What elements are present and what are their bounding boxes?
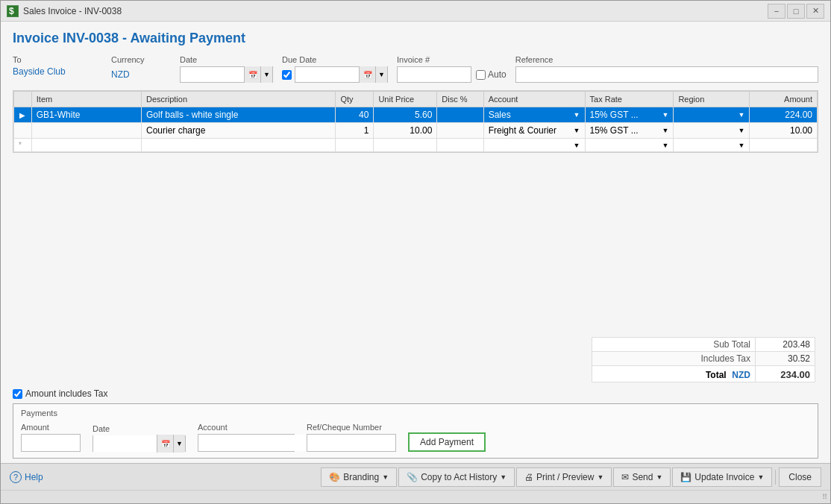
main-window: $ Sales Invoice - INV-0038 − □ ✕ Invoice… bbox=[0, 0, 831, 504]
update-invoice-button[interactable]: 💾 Update Invoice ▼ bbox=[672, 467, 772, 487]
row-item[interactable] bbox=[31, 123, 141, 139]
row-indicator: * bbox=[14, 139, 32, 152]
row-amount bbox=[750, 139, 818, 152]
due-date-checkbox[interactable] bbox=[282, 70, 292, 80]
row-account[interactable]: Sales ▼ bbox=[483, 107, 585, 123]
payment-date-group: Date 09 Mar 2020 📅 ▼ bbox=[92, 424, 186, 452]
invoice-num-field[interactable]: INV-0038 bbox=[397, 66, 471, 83]
table-row[interactable]: * ▼ ▼ bbox=[14, 139, 818, 152]
branding-button[interactable]: 🎨 Branding ▼ bbox=[321, 467, 397, 487]
payment-date-field[interactable]: 09 Mar 2020 bbox=[93, 435, 157, 452]
content-spacer bbox=[13, 159, 818, 334]
footer-close-button[interactable]: Close bbox=[779, 467, 821, 487]
payment-account-group: Account ▼ bbox=[198, 423, 295, 452]
sub-total-row: Sub Total 203.48 bbox=[592, 338, 815, 352]
row-unit-price[interactable]: 5.60 bbox=[374, 107, 437, 123]
row-region[interactable]: ▼ bbox=[674, 139, 750, 152]
total-row: Total NZD 234.00 bbox=[592, 366, 815, 382]
table-header-row: Item Description Qty Unit Price Disc % A… bbox=[14, 92, 818, 107]
payment-date-calendar-button[interactable]: 📅 bbox=[157, 435, 173, 453]
currency-value: NZD bbox=[111, 66, 171, 80]
row-disc[interactable] bbox=[437, 123, 483, 139]
auto-checkbox[interactable] bbox=[476, 70, 486, 80]
print-preview-button[interactable]: 🖨 Print / Preview ▼ bbox=[516, 467, 612, 487]
row-tax-rate[interactable]: 15% GST ... ▼ bbox=[585, 123, 674, 139]
amount-includes-tax-checkbox[interactable] bbox=[13, 389, 22, 399]
row-qty[interactable] bbox=[336, 139, 374, 152]
row-description[interactable]: Courier charge bbox=[142, 123, 336, 139]
row-item[interactable]: GB1-White bbox=[31, 107, 141, 123]
row-qty[interactable]: 40 bbox=[336, 107, 374, 123]
table-row[interactable]: ▶ GB1-White Golf balls - white single 40… bbox=[14, 107, 818, 123]
due-date-group: Due Date 09 Mar 2020 📅 ▼ bbox=[282, 55, 388, 83]
col-amount: Amount bbox=[750, 92, 818, 107]
invoice-table: Item Description Qty Unit Price Disc % A… bbox=[13, 90, 818, 153]
due-date-field[interactable]: 09 Mar 2020 bbox=[295, 69, 359, 80]
due-date-input[interactable]: 09 Mar 2020 📅 ▼ bbox=[295, 66, 388, 83]
date-calendar-button[interactable]: 📅 bbox=[244, 66, 260, 83]
due-date-dropdown-button[interactable]: ▼ bbox=[375, 66, 387, 83]
date-group: Date 28 Feb 2020 📅 ▼ bbox=[180, 55, 273, 83]
window-title: Sales Invoice - INV-0038 bbox=[23, 6, 122, 16]
send-arrow: ▼ bbox=[656, 473, 662, 481]
row-disc[interactable] bbox=[437, 139, 483, 152]
row-description[interactable] bbox=[142, 139, 336, 152]
date-input[interactable]: 28 Feb 2020 📅 ▼ bbox=[180, 66, 273, 83]
row-region[interactable]: ▼ bbox=[674, 107, 750, 123]
currency-group: Currency NZD bbox=[111, 55, 171, 80]
row-indicator: ▶ bbox=[14, 107, 32, 123]
payment-account-field[interactable] bbox=[198, 435, 316, 451]
copy-to-act-button[interactable]: 📎 Copy to Act History ▼ bbox=[398, 467, 515, 487]
row-disc[interactable] bbox=[437, 107, 483, 123]
add-payment-button[interactable]: Add Payment bbox=[408, 432, 486, 452]
payments-title: Payments bbox=[21, 409, 810, 418]
reference-group: Reference GB1-White bbox=[515, 55, 818, 83]
to-group: To Bayside Club bbox=[13, 55, 102, 77]
payments-section: Payments Amount 234.00 Date 09 Mar 2020 … bbox=[13, 403, 818, 459]
row-account[interactable]: Freight & Courier ▼ bbox=[483, 123, 585, 139]
row-region[interactable]: ▼ bbox=[674, 123, 750, 139]
send-button[interactable]: ✉ Send ▼ bbox=[613, 467, 671, 487]
col-qty: Qty bbox=[336, 92, 374, 107]
to-value[interactable]: Bayside Club bbox=[13, 66, 102, 77]
row-qty[interactable]: 1 bbox=[336, 123, 374, 139]
payment-date-input[interactable]: 09 Mar 2020 📅 ▼ bbox=[92, 435, 186, 452]
row-tax-rate[interactable]: ▼ bbox=[585, 139, 674, 152]
reference-label: Reference bbox=[515, 55, 818, 64]
print-arrow: ▼ bbox=[597, 473, 603, 481]
payment-ref-field[interactable] bbox=[307, 434, 396, 452]
row-tax-rate[interactable]: 15% GST ... ▼ bbox=[585, 107, 674, 123]
help-button[interactable]: ? Help bbox=[10, 471, 43, 483]
status-bar: ⠿ bbox=[1, 490, 830, 503]
col-tax-rate: Tax Rate bbox=[585, 92, 674, 107]
due-date-calendar-button[interactable]: 📅 bbox=[359, 66, 375, 83]
resize-grip[interactable]: ⠿ bbox=[822, 493, 827, 501]
row-unit-price[interactable] bbox=[374, 139, 437, 152]
date-field[interactable]: 28 Feb 2020 bbox=[181, 69, 244, 80]
table-row[interactable]: Courier charge 1 10.00 Freight & Courier… bbox=[14, 123, 818, 139]
row-account[interactable]: ▼ bbox=[483, 139, 585, 152]
payment-date-dropdown-button[interactable]: ▼ bbox=[173, 435, 185, 453]
includes-tax-value: 30.52 bbox=[756, 352, 815, 366]
print-icon: 🖨 bbox=[524, 472, 533, 482]
row-description[interactable]: Golf balls - white single bbox=[142, 107, 336, 123]
row-unit-price[interactable]: 10.00 bbox=[374, 123, 437, 139]
restore-button[interactable]: □ bbox=[787, 4, 805, 19]
col-arrow bbox=[14, 92, 32, 107]
close-window-button[interactable]: ✕ bbox=[806, 4, 824, 19]
amount-includes-tax-label[interactable]: Amount includes Tax bbox=[13, 388, 818, 399]
col-disc: Disc % bbox=[437, 92, 483, 107]
includes-tax-label: Includes Tax bbox=[592, 352, 756, 366]
payment-amount-field[interactable]: 234.00 bbox=[21, 434, 81, 452]
update-invoice-label: Update Invoice bbox=[694, 472, 754, 482]
row-indicator bbox=[14, 123, 32, 139]
date-dropdown-button[interactable]: ▼ bbox=[260, 66, 272, 83]
total-currency: NZD bbox=[732, 370, 750, 380]
branding-label: Branding bbox=[343, 472, 379, 482]
row-item[interactable] bbox=[31, 139, 141, 152]
payments-form: Amount 234.00 Date 09 Mar 2020 📅 ▼ Accou… bbox=[21, 422, 810, 452]
reference-field[interactable]: GB1-White bbox=[515, 66, 818, 83]
total-label: Total bbox=[706, 370, 727, 380]
branding-icon: 🎨 bbox=[329, 472, 340, 482]
minimize-button[interactable]: − bbox=[768, 4, 785, 19]
